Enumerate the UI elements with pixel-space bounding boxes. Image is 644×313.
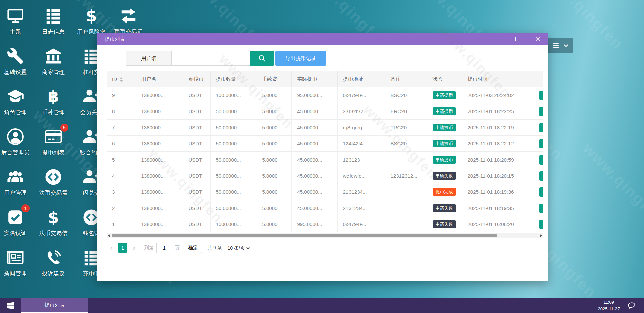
action-button-partial[interactable] [539, 171, 543, 181]
desktop-shortcut[interactable]: ฿ 币种管理 [35, 83, 72, 123]
desktop-shortcut[interactable]: 商家管理 [35, 42, 72, 83]
horizontal-scrollbar[interactable] [107, 233, 543, 238]
scroll-right-arrow[interactable] [538, 233, 543, 238]
chevron-down-icon[interactable] [563, 43, 569, 48]
table-row: 1 1380000... USDT 1000.000... 5.0000 995… [107, 216, 543, 232]
desktop-shortcut[interactable]: 日志信息 [35, 2, 72, 42]
table-body: 9 1380000... USDT 100.0000... 5.0000 95.… [107, 87, 543, 232]
desktop-shortcut-label: 基础设置 [4, 68, 27, 76]
cell-status: 申请失败 [427, 200, 462, 216]
bitcoin-icon: ฿ [48, 87, 59, 105]
desktop-shortcut[interactable]: 角色管理 [0, 83, 34, 123]
cell-coin: USDT [183, 87, 210, 103]
monitor-icon [6, 7, 24, 25]
cell-username: 1380000... [136, 103, 183, 119]
cell-address: wefewfe... [337, 168, 385, 184]
status-badge: 申请失败 [433, 172, 456, 180]
desktop-shortcut[interactable]: 5 提币列表 [35, 123, 72, 163]
goto-page-input[interactable] [156, 243, 172, 253]
action-button-partial[interactable] [539, 123, 543, 132]
scrollbar-thumb[interactable] [112, 234, 497, 237]
cell-username: 1380000... [136, 216, 183, 232]
close-icon [535, 36, 540, 42]
cell-amount: 50.00000... [210, 151, 257, 168]
column-header: 备注 [385, 71, 427, 87]
cell-fee: 5.0000 [257, 200, 291, 216]
cell-actual: 45.00000... [291, 151, 337, 168]
cell-actions [538, 103, 543, 119]
window-titlebar[interactable]: 提币列表 [97, 33, 548, 45]
table-header-row: ID 用户名 虚拟币 提币数量 手续费 实际提币 提币地址 备注 状态 提币时间 [107, 71, 543, 87]
action-button-partial[interactable] [539, 91, 543, 100]
cell-amount: 50.00000... [210, 184, 257, 200]
action-button-partial[interactable] [539, 139, 543, 148]
start-button[interactable] [0, 298, 21, 313]
cell-coin: USDT [183, 216, 210, 232]
cell-actual: 45.00000... [291, 168, 337, 184]
status-badge: 申请提币 [433, 156, 456, 164]
cell-id: 3 [107, 184, 136, 200]
username-search-input[interactable] [172, 51, 250, 66]
cell-fee: 5.0000 [257, 87, 291, 103]
action-button-partial[interactable] [539, 204, 543, 213]
desktop-shortcut[interactable]: 法币交易需 [35, 163, 72, 204]
desktop-shortcut[interactable]: 主题 [0, 2, 34, 42]
cell-fee: 5.0000 [257, 135, 291, 151]
cell-id: 7 [107, 119, 136, 135]
desktop: www.qingfenwww.qingfenwww.qingfenwww.qin… [0, 0, 644, 313]
search-button[interactable] [250, 51, 274, 66]
dollar-icon: $ [48, 208, 59, 226]
action-button-partial[interactable] [539, 187, 543, 197]
cell-coin: USDT [183, 168, 210, 184]
cell-status: 申请失败 [427, 216, 462, 232]
status-badge: 申请提币 [433, 124, 456, 131]
close-button[interactable] [528, 33, 548, 45]
taskbar-task-withdrawal-list[interactable]: 提币列表 [21, 298, 88, 313]
swap-arrows-icon [119, 7, 138, 25]
cell-status: 申请提币 [427, 103, 462, 119]
total-count-label: 共 9 条 [207, 245, 222, 251]
export-withdrawals-button[interactable]: 导出提币记录 [275, 51, 326, 66]
cell-address: 2131234... [337, 200, 385, 216]
search-bar: 用户名 导出提币记录 [126, 51, 326, 66]
bank-icon [44, 47, 62, 65]
scroll-left-arrow[interactable] [107, 233, 111, 238]
current-page-button[interactable]: 1 [118, 243, 127, 253]
maximize-button[interactable] [507, 33, 528, 45]
cell-address: 123123 [337, 151, 385, 168]
person-circle-icon [6, 128, 24, 146]
prev-page-button[interactable]: ‹ [107, 243, 116, 253]
cell-actual: 45.00000... [291, 200, 337, 216]
cell-coin: USDT [183, 151, 210, 168]
next-page-button[interactable]: › [129, 243, 139, 253]
desktop-shortcut[interactable]: $ 法币交易信 [35, 204, 72, 244]
action-button-partial[interactable] [539, 107, 543, 116]
sort-icon[interactable] [120, 77, 123, 82]
desktop-shortcut[interactable]: 投诉建议 [35, 244, 72, 284]
chat-bubble-icon[interactable] [626, 301, 637, 310]
cell-address: 2131234... [337, 184, 385, 200]
confirm-page-button[interactable]: 确定 [184, 243, 202, 253]
desktop-shortcut[interactable]: 后台管理员 [0, 123, 34, 163]
desktop-shortcut-label: 主题 [10, 28, 21, 36]
cell-username: 1380000... [136, 200, 183, 216]
page-size-select[interactable]: 10 条/页 [226, 243, 251, 253]
taskbar: 提币列表 11:09 2025-11-27 [0, 298, 644, 313]
clock-date: 2025-11-27 [598, 306, 620, 312]
credit-card-icon [44, 128, 63, 146]
table-row: 2 1380000... USDT 50.00000... 5.0000 45.… [107, 200, 543, 216]
action-button-partial[interactable] [539, 155, 543, 165]
minimize-icon [495, 39, 500, 39]
action-button-partial[interactable] [539, 220, 543, 229]
desktop-shortcut[interactable]: 新闻管理 [0, 244, 34, 284]
cell-note: BSC20 [385, 87, 427, 103]
desktop-shortcut[interactable]: 1 实名认证 [0, 204, 34, 244]
desktop-shortcut-label: 角色管理 [4, 108, 27, 116]
hamburger-menu-icon[interactable] [553, 43, 559, 48]
minimize-button[interactable] [487, 33, 507, 45]
cell-actions [538, 184, 543, 200]
cell-note: TRC20 [385, 119, 427, 135]
window-title: 提币列表 [105, 36, 125, 42]
desktop-shortcut[interactable]: 基础设置 [0, 42, 34, 83]
desktop-shortcut[interactable]: 用户管理 [0, 163, 34, 204]
